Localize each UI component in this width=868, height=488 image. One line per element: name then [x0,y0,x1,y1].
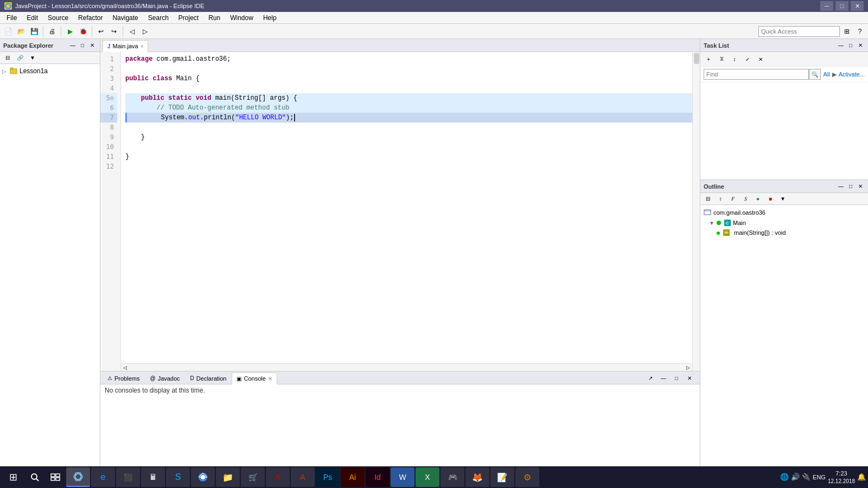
minimize-outline-button[interactable]: — [837,182,845,191]
menu-refactor[interactable]: Refactor [74,13,107,23]
outline-stop-button[interactable]: ■ [764,193,776,205]
editor-tab-close[interactable]: × [141,43,144,49]
ie-taskbar-btn[interactable]: e [91,467,115,487]
eclipse-taskbar-btn[interactable] [66,467,90,487]
chrome-taskbar-btn[interactable] [191,467,215,487]
save-button[interactable]: 💾 [28,25,40,37]
scroll-left-arrow[interactable]: ◁ [123,365,127,370]
outline-item-package[interactable]: com.gmail.oastro36 [700,207,868,218]
close-outline-button[interactable]: ✕ [856,182,865,191]
notification-icon[interactable]: 🔔 [857,473,866,481]
outline-collapse-button[interactable]: ⊟ [702,193,714,205]
back-button[interactable]: ◁ [126,25,138,37]
illustrator-taskbar-btn[interactable]: Ai [341,467,365,487]
menu-window[interactable]: Window [226,13,258,23]
task-sort-button[interactable]: ↕ [729,53,741,65]
cmd-taskbar-btn[interactable]: ⬛ [116,467,140,487]
outline-hide-fields-button[interactable]: 𝐹 [727,193,739,205]
task-mark-done-button[interactable]: ✓ [742,53,754,65]
menu-project[interactable]: Project [174,13,203,23]
task-find-button[interactable]: 🔍 [809,69,821,80]
close-button[interactable]: ✕ [851,1,864,11]
tree-item-lesson1a[interactable]: ▷ Lesson1a [0,66,100,76]
gears-taskbar-btn[interactable]: ⚙ [515,467,539,487]
link-editor-button[interactable]: 🔗 [14,52,26,64]
tab-declaration[interactable]: D Declaration [186,372,232,384]
editor-tab-main-java[interactable]: J Main.java × [103,40,148,52]
scrollbar-thumb[interactable] [694,53,699,64]
tab-console[interactable]: ▣ Console ✕ [232,373,277,384]
menu-help[interactable]: Help [259,13,281,23]
search-button[interactable] [25,467,44,487]
task-find-input[interactable] [704,69,809,80]
firefox-taskbar-btn[interactable]: 🦊 [465,467,489,487]
redo-button[interactable]: ↪ [108,25,120,37]
run-button[interactable]: ▶ [64,25,76,37]
forward-button[interactable]: ▷ [139,25,151,37]
vertical-scrollbar[interactable] [692,52,700,371]
task-activate[interactable]: Activate... [839,71,865,78]
horizontal-scrollbar[interactable]: ◁ ▷ [121,363,692,371]
calc-taskbar-btn[interactable]: 🖩 [141,467,165,487]
word-taskbar-btn[interactable]: W [391,467,414,487]
collapse-all-button[interactable]: ⊟ [2,52,14,64]
acrobat-taskbar-btn[interactable]: A [266,467,290,487]
menu-file[interactable]: File [2,13,21,23]
task-view-button[interactable] [46,467,65,487]
skype-taskbar-btn[interactable]: S [166,467,190,487]
game-taskbar-btn[interactable]: 🎮 [441,467,464,487]
outline-item-class[interactable]: ▼ C Main [700,218,868,228]
open-console-button[interactable]: ↗ [644,372,656,384]
store-taskbar-btn[interactable]: 🛒 [241,467,265,487]
task-new-button[interactable]: + [703,53,714,65]
outline-sort-button[interactable]: ↕ [714,193,726,205]
excel-taskbar-btn[interactable]: X [416,467,439,487]
menu-search[interactable]: Search [144,13,173,23]
outline-run-button[interactable]: ● [752,193,764,205]
menu-run[interactable]: Run [204,13,225,23]
close-panel-button[interactable]: ✕ [88,41,97,50]
console-tab-close[interactable]: ✕ [268,376,272,382]
minimize-task-button[interactable]: — [837,41,845,50]
perspective-button[interactable]: ⊞ [841,25,853,37]
indesign-taskbar-btn[interactable]: Id [366,467,390,487]
outline-view-menu-button[interactable]: ▼ [777,193,789,205]
tab-javadoc[interactable]: @ Javadoc [145,372,184,384]
task-delete-button[interactable]: ✕ [755,53,767,65]
maximize-bottom-button[interactable]: □ [671,372,682,384]
debug-button[interactable]: 🐞 [77,25,89,37]
menu-source[interactable]: Source [43,13,73,23]
menu-navigate[interactable]: Navigate [108,13,142,23]
menu-edit[interactable]: Edit [22,13,42,23]
outline-hide-static-button[interactable]: 𝑆 [739,193,751,205]
undo-button[interactable]: ↩ [95,25,107,37]
open-button[interactable]: 📂 [15,25,27,37]
quick-access-input[interactable] [758,26,840,37]
print-button[interactable]: 🖨 [46,25,58,37]
close-bottom-button[interactable]: ✕ [684,372,695,384]
code-editor[interactable]: package com.gmail.oastro36; public class… [121,52,700,371]
maximize-button[interactable]: □ [835,1,848,11]
maximize-task-button[interactable]: □ [846,41,855,50]
minimize-button[interactable]: ─ [820,1,833,11]
close-task-button[interactable]: ✕ [856,41,865,50]
view-menu-button[interactable]: ▼ [27,52,39,64]
clock[interactable]: 7:23 12.12.2018 [828,470,855,484]
tab-problems[interactable]: ⚠ Problems [103,372,144,384]
outline-item-method[interactable]: m main(String[]) : void [700,228,868,237]
files-taskbar-btn[interactable]: 📁 [216,467,240,487]
new-button[interactable]: 📄 [2,25,14,37]
maximize-outline-button[interactable]: □ [846,182,855,191]
task-filter-all[interactable]: All [823,71,829,78]
notes-taskbar-btn[interactable]: 📝 [490,467,514,487]
photoshop-taskbar-btn[interactable]: Ps [316,467,340,487]
acrobat2-taskbar-btn[interactable]: A [291,467,315,487]
language-indicator[interactable]: ENG [813,474,826,480]
scroll-right-arrow[interactable]: ▷ [686,365,690,370]
maximize-panel-button[interactable]: □ [78,41,87,50]
task-filter-button[interactable]: ⧖ [716,53,727,65]
minimize-bottom-button[interactable]: — [658,372,669,384]
minimize-panel-button[interactable]: — [68,41,77,50]
start-button[interactable]: ⊞ [2,467,24,487]
help-button[interactable]: ? [854,25,866,37]
